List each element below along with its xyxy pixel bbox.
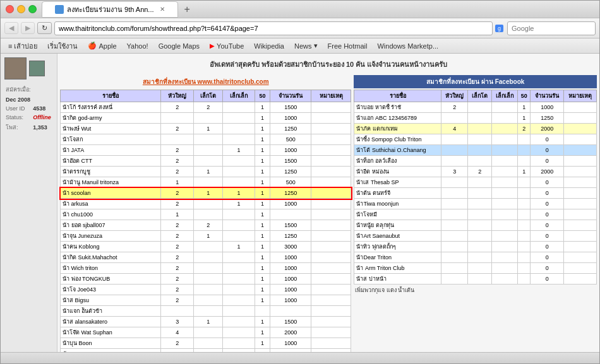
bookmark-windows[interactable]: Windows Marketp... bbox=[373, 41, 442, 51]
col-name-left: รายชื่อ bbox=[61, 90, 161, 102]
cell-ml bbox=[468, 113, 492, 124]
cell-name: น้าโจหมี bbox=[354, 209, 441, 220]
address-bar[interactable] bbox=[54, 21, 493, 35]
bookmark-start[interactable]: เริ่มใช้งาน bbox=[44, 39, 81, 53]
table-row: น้าจุน Junezuza 2 1 1 1250 bbox=[61, 231, 351, 242]
minimize-button[interactable] bbox=[17, 5, 25, 13]
maximize-button[interactable] bbox=[28, 5, 37, 13]
cell-h: 2 bbox=[161, 263, 194, 274]
cell-ml bbox=[468, 209, 492, 220]
cell-total bbox=[270, 209, 311, 220]
cell-total: 0 bbox=[531, 274, 564, 285]
cell-ml bbox=[194, 285, 223, 295]
new-tab-button[interactable]: + bbox=[181, 4, 194, 15]
table-row: น้า JATA 2 1 1 1000 bbox=[61, 145, 351, 156]
browser-tab[interactable]: ลงทะเบียนร่วมงาน 9th Ann... ✕ bbox=[42, 1, 178, 18]
cell-ml bbox=[468, 199, 492, 209]
bookmark-wikipedia[interactable]: Wikipedia bbox=[250, 41, 288, 51]
tab-favicon bbox=[55, 5, 64, 14]
cell-total: 1500 bbox=[270, 220, 311, 231]
col-total-right: จำนวนรัน bbox=[531, 90, 564, 102]
avatar-section bbox=[4, 57, 53, 79]
refresh-button[interactable]: ↻ bbox=[37, 22, 52, 34]
cell-total: 1000 bbox=[270, 145, 311, 156]
bookmark-news[interactable]: News ▾ bbox=[291, 40, 321, 51]
bookmark-yahoo[interactable]: Yahoo! bbox=[123, 41, 152, 51]
bookmark-googlemaps[interactable]: Google Maps bbox=[155, 41, 203, 51]
cell-50: 1 bbox=[255, 263, 270, 274]
cell-ms bbox=[492, 145, 518, 156]
cell-name: น้าต้น ตนทร์จี bbox=[354, 188, 441, 199]
main-content: อัพเดทล่าสุดครับ พร้อมด้วยสมาชิกบ้านระยอ… bbox=[57, 54, 599, 352]
cell-50 bbox=[518, 274, 531, 285]
cell-total: 1000 bbox=[270, 285, 311, 295]
cell-name: น้ากิต god-army bbox=[61, 113, 161, 124]
cell-ml: 1 bbox=[194, 167, 223, 177]
cell-50 bbox=[518, 134, 531, 145]
cell-50: 1 bbox=[255, 177, 270, 188]
cell-ml bbox=[194, 327, 223, 338]
cell-50: 1 bbox=[255, 242, 270, 252]
bookmark-hotmail[interactable]: Free Hotmail bbox=[324, 41, 371, 51]
cell-note bbox=[564, 167, 597, 177]
close-button[interactable] bbox=[6, 5, 14, 13]
cell-name: น้าอ๊อต CTT bbox=[61, 156, 161, 167]
left-section-header: สมาชิกที่ลงทะเบียน www.thaitritonclub.co… bbox=[60, 75, 351, 88]
cell-ml bbox=[194, 113, 223, 124]
cell-note bbox=[311, 145, 351, 156]
user-info: สมัครเมื่อ: Dec 2008 User ID 4538 Status… bbox=[4, 83, 53, 134]
cell-total: 1250 bbox=[270, 231, 311, 242]
cell-h: 2 bbox=[161, 220, 194, 231]
tab-close-icon[interactable]: ✕ bbox=[160, 6, 165, 13]
cell-ms: 1 bbox=[223, 199, 255, 209]
cell-name: น้า พ่อง TONGKUB bbox=[61, 274, 161, 285]
cell-note bbox=[311, 231, 351, 242]
cell-note bbox=[564, 113, 597, 124]
cell-name: น้าโก้ รังสรรค์ สงหนี่ bbox=[61, 102, 161, 113]
table-row: น้าอ๊อต CTT 2 1 1500 bbox=[61, 156, 351, 167]
bookmark-apple[interactable]: 🍎 Apple bbox=[84, 40, 120, 51]
cell-ml bbox=[468, 231, 492, 242]
cell-50 bbox=[255, 306, 270, 317]
bookmark-saoboi[interactable]: ≡ เส้าบ่อย bbox=[4, 39, 41, 53]
cell-note bbox=[311, 263, 351, 274]
cell-ml: 2 bbox=[468, 167, 492, 177]
col-name-right: รายชื่อ bbox=[354, 90, 441, 102]
table-row: น้า scoolan 2 1 1 1 1250 bbox=[61, 188, 351, 199]
cell-50: 1 bbox=[255, 188, 270, 199]
back-button[interactable]: ◀ bbox=[4, 22, 18, 34]
cell-ml bbox=[468, 102, 492, 113]
cell-name: น้าหนู้ย ตลุกทุ่น bbox=[354, 220, 441, 231]
cell-name: น้า arkusa bbox=[61, 199, 161, 209]
col-50-left: 50 bbox=[255, 90, 270, 102]
cell-h: 2 bbox=[161, 252, 194, 263]
cell-ms bbox=[223, 274, 255, 285]
cell-ms bbox=[223, 209, 255, 220]
forward-button[interactable]: ▶ bbox=[21, 22, 35, 34]
cell-note bbox=[564, 231, 597, 242]
cell-ml bbox=[194, 242, 223, 252]
cell-ms bbox=[223, 306, 255, 317]
cell-name: น้าส Bigsu bbox=[61, 295, 161, 306]
cell-name: น้าตรรกบูชู bbox=[61, 167, 161, 177]
cell-ml bbox=[194, 209, 223, 220]
cell-ml bbox=[194, 263, 223, 274]
cell-ms bbox=[492, 102, 518, 113]
table-row: น้าโก้ รังสรรค์ สงหนี่ 2 2 1 1500 bbox=[61, 102, 351, 113]
cell-50: 1 bbox=[255, 124, 270, 134]
table-row: น้าแจก อ้ันตัวข้า bbox=[61, 306, 351, 317]
title-bar: ลงทะเบียนร่วมงาน 9th Ann... ✕ + bbox=[1, 1, 599, 18]
col-h-right: หัวใหญ่ bbox=[441, 90, 468, 102]
cell-h: 2 bbox=[161, 188, 194, 199]
cell-name: น้าทิว ฟุกลดถั้กๆ bbox=[354, 242, 441, 252]
cell-50: 1 bbox=[255, 209, 270, 220]
cell-ms bbox=[223, 220, 255, 231]
cell-name: น้าซิ้ง Sompop Club Triton bbox=[354, 134, 441, 145]
search-input[interactable] bbox=[507, 21, 596, 35]
cell-total: 1000 bbox=[270, 199, 311, 209]
bookmark-youtube[interactable]: ▶ YouTube bbox=[206, 41, 248, 51]
cell-50: 1 bbox=[255, 156, 270, 167]
cell-h bbox=[441, 242, 468, 252]
cell-total: 1250 bbox=[270, 188, 311, 199]
cell-ml bbox=[194, 156, 223, 167]
